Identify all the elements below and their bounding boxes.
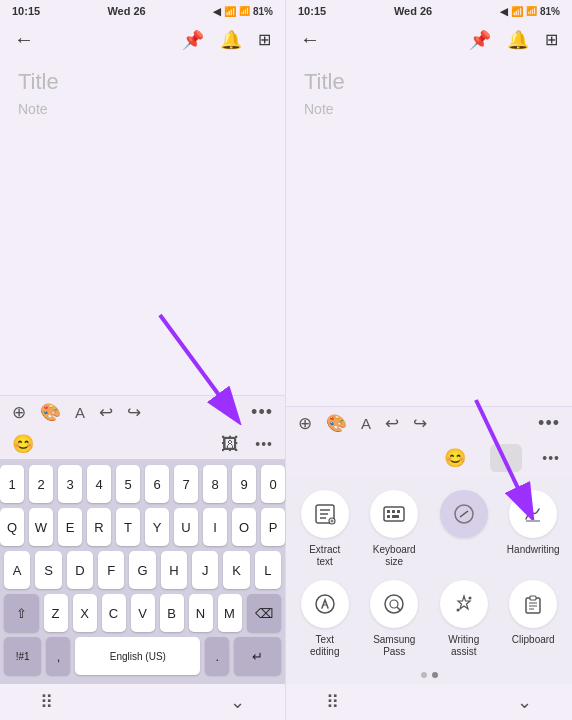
key-a[interactable]: A (4, 551, 30, 589)
redo-icon-right[interactable]: ↪ (413, 413, 427, 434)
note-content-right[interactable]: Title Note (286, 57, 572, 406)
grid-icon-right[interactable]: ⠿ (326, 691, 339, 713)
menu-item-extract-text[interactable]: Extracttext (296, 490, 354, 568)
menu-item-text-editing[interactable]: Textediting (296, 580, 354, 658)
bell-icon-left[interactable]: 🔔 (220, 29, 242, 51)
menu-item-handwriting[interactable]: Handwriting (505, 490, 563, 568)
num-key[interactable]: !#1 (4, 637, 41, 675)
key-0[interactable]: 0 (261, 465, 285, 503)
note-body-right[interactable]: Note (304, 101, 554, 117)
space-key[interactable]: English (US) (75, 637, 200, 675)
note-content-left[interactable]: Title Note (0, 57, 285, 395)
image-icon-left[interactable]: 🖼 (221, 434, 239, 455)
key-8[interactable]: 8 (203, 465, 227, 503)
enter-key[interactable]: ↵ (234, 637, 281, 675)
key-o[interactable]: O (232, 508, 256, 546)
key-x[interactable]: X (73, 594, 97, 632)
key-7[interactable]: 7 (174, 465, 198, 503)
more-options-left[interactable]: ••• (251, 402, 273, 423)
add-icon-right[interactable]: ⊞ (545, 30, 558, 49)
nav-icon-left: ◀ (213, 6, 221, 17)
note-title-right[interactable]: Title (304, 69, 554, 95)
key-v[interactable]: V (131, 594, 155, 632)
key-i[interactable]: I (203, 508, 227, 546)
chevron-down-right[interactable]: ⌄ (517, 691, 532, 713)
pin-icon-left[interactable]: 📌 (182, 29, 204, 51)
key-b[interactable]: B (160, 594, 184, 632)
key-k[interactable]: K (223, 551, 249, 589)
comma-key[interactable]: , (46, 637, 70, 675)
add-icon-left[interactable]: ⊞ (258, 30, 271, 49)
popup-menu-grid: Extracttext Keyboardsize (286, 476, 572, 666)
key-1[interactable]: 1 (0, 465, 24, 503)
palette-icon-right[interactable]: 🎨 (326, 413, 347, 434)
key-2[interactable]: 2 (29, 465, 53, 503)
period-key[interactable]: . (205, 637, 229, 675)
key-z[interactable]: Z (44, 594, 68, 632)
back-button-left[interactable]: ← (14, 28, 34, 51)
samsung-pass-svg (383, 593, 405, 615)
keyboard-dots-right[interactable]: ••• (542, 450, 560, 466)
key-6[interactable]: 6 (145, 465, 169, 503)
key-g[interactable]: G (129, 551, 155, 589)
pin-icon-right[interactable]: 📌 (469, 29, 491, 51)
menu-item-writing-assist[interactable]: Writingassist (435, 580, 493, 658)
key-d[interactable]: D (67, 551, 93, 589)
emoji-icon-left[interactable]: 😊 (12, 433, 34, 455)
status-bar-left: 10:15 Wed 26 ◀ 📶 📶 81% (0, 0, 285, 22)
note-body-left[interactable]: Note (18, 101, 267, 117)
key-u[interactable]: U (174, 508, 198, 546)
svg-rect-28 (530, 596, 536, 600)
menu-item-clipboard[interactable]: Clipboard (505, 580, 563, 658)
nav-bar-right: ← 📌 🔔 ⊞ (286, 22, 572, 57)
key-r[interactable]: R (87, 508, 111, 546)
writing-assist-label: Writingassist (448, 634, 479, 658)
key-s[interactable]: S (35, 551, 61, 589)
plus-icon-right[interactable]: ⊕ (298, 413, 312, 434)
note-title-left[interactable]: Title (18, 69, 267, 95)
backspace-key[interactable]: ⌫ (247, 594, 282, 632)
text-icon-right[interactable]: A (361, 415, 371, 432)
date-left: Wed 26 (107, 5, 145, 17)
key-q[interactable]: Q (0, 508, 24, 546)
key-w[interactable]: W (29, 508, 53, 546)
shift-key[interactable]: ⇧ (4, 594, 39, 632)
redo-icon-left[interactable]: ↪ (127, 402, 141, 423)
key-4[interactable]: 4 (87, 465, 111, 503)
key-j[interactable]: J (192, 551, 218, 589)
key-m[interactable]: M (218, 594, 242, 632)
undo-icon-right[interactable]: ↩ (385, 413, 399, 434)
key-l[interactable]: L (255, 551, 281, 589)
key-f[interactable]: F (98, 551, 124, 589)
back-button-right[interactable]: ← (300, 28, 320, 51)
key-h[interactable]: H (161, 551, 187, 589)
svg-point-25 (468, 597, 471, 600)
text-icon-left[interactable]: A (75, 404, 85, 421)
bell-icon-right[interactable]: 🔔 (507, 29, 529, 51)
menu-item-handwriting-placeholder[interactable] (435, 490, 493, 568)
more-options-right[interactable]: ••• (538, 413, 560, 434)
key-n[interactable]: N (189, 594, 213, 632)
writing-assist-svg (453, 593, 475, 615)
keyboard-dots-left[interactable]: ••• (255, 436, 273, 452)
key-9[interactable]: 9 (232, 465, 256, 503)
plus-icon-left[interactable]: ⊕ (12, 402, 26, 423)
palette-icon-left[interactable]: 🎨 (40, 402, 61, 423)
key-c[interactable]: C (102, 594, 126, 632)
key-e[interactable]: E (58, 508, 82, 546)
key-y[interactable]: Y (145, 508, 169, 546)
key-5[interactable]: 5 (116, 465, 140, 503)
undo-icon-left[interactable]: ↩ (99, 402, 113, 423)
key-p[interactable]: P (261, 508, 285, 546)
keyboard-svg (383, 503, 405, 525)
key-3[interactable]: 3 (58, 465, 82, 503)
emoji-icon-right[interactable]: 😊 (444, 447, 466, 469)
menu-page-dots (286, 666, 572, 684)
menu-item-keyboard-size[interactable]: Keyboardsize (366, 490, 424, 568)
menu-item-samsung-pass[interactable]: SamsungPass (366, 580, 424, 658)
key-t[interactable]: T (116, 508, 140, 546)
grid-icon-left[interactable]: ⠿ (40, 691, 53, 713)
clipboard-icon-wrap (509, 580, 557, 628)
signal-r1: 📶 (511, 6, 523, 17)
chevron-down-left[interactable]: ⌄ (230, 691, 245, 713)
